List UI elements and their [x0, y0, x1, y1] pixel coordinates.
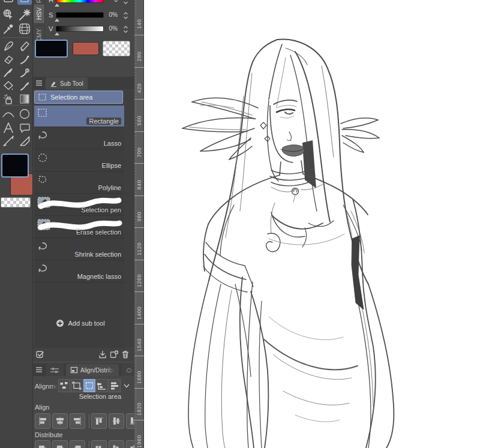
ruler-major-tick [134, 260, 144, 260]
subtool-item-label: Polyline [98, 184, 121, 191]
saturation-stepper[interactable] [123, 11, 128, 20]
tool-decoration[interactable] [17, 79, 32, 93]
align-section-label: Align [35, 404, 49, 411]
checkbox-icon[interactable] [35, 350, 45, 359]
hue-stepper[interactable] [123, 0, 128, 5]
subtool-item-magnetic-lasso[interactable]: Magnetic lasso [34, 261, 124, 282]
value-stepper[interactable] [123, 25, 128, 34]
tool-polyline-figure[interactable] [17, 134, 32, 148]
saturation-label: S [49, 11, 53, 19]
rectangle-select-icon [37, 108, 48, 118]
ruler-major-tick [134, 227, 144, 228]
delete-icon[interactable] [121, 350, 130, 359]
panel-menu-icon[interactable] [35, 79, 43, 87]
subtool-item-rectangle[interactable]: Rectangle [34, 106, 124, 127]
ruler-major-tick [134, 131, 144, 132]
distribute-top-button[interactable] [91, 440, 107, 448]
align-tab-label: Align/Distribute [80, 367, 114, 374]
tool-object[interactable] [1, 8, 16, 22]
panel-menu-icon[interactable] [35, 366, 43, 374]
transparent-color-swatch-panel[interactable] [103, 41, 130, 56]
tab-rgb[interactable]: RGB [33, 0, 45, 2]
tool-pencil[interactable] [17, 39, 32, 53]
basis-button-layer[interactable] [96, 379, 108, 392]
tool-auto-select[interactable] [17, 8, 32, 22]
panel-column: RGB HSV CMY H 0 S 0% V 0% [33, 0, 134, 448]
subtool-list: Rectangle Lasso Ellipse Po [34, 106, 124, 348]
transparent-color-swatch[interactable] [1, 197, 31, 208]
value-label: V [49, 25, 53, 32]
hue-slider-row: H 0 [46, 0, 134, 7]
tool-pen[interactable] [1, 39, 16, 53]
tool-liquify[interactable] [17, 22, 32, 36]
basis-button-selection-area[interactable] [83, 379, 95, 392]
subtool-item-label: Rectangle [86, 118, 121, 125]
main-color-swatch[interactable] [1, 154, 29, 178]
align-left-button[interactable] [35, 413, 50, 429]
tool-property-tab-icon [50, 366, 59, 374]
subtool-group-header[interactable]: Selection area [34, 91, 123, 104]
basis-button-multiple-layers[interactable] [109, 379, 121, 392]
ruler-major-tick [134, 196, 144, 196]
sub-color-swatch-panel[interactable] [73, 42, 99, 55]
main-color-swatch-panel[interactable] [35, 40, 68, 58]
button-separator [89, 414, 89, 428]
tool-balloon[interactable] [17, 121, 32, 135]
tool-eyedropper[interactable] [1, 22, 16, 36]
tool-figure-ellipse[interactable] [17, 107, 32, 121]
tool-operation[interactable] [1, 0, 16, 5]
tool-airbrush[interactable] [1, 92, 16, 106]
subtool-tab-label: Sub Tool [60, 80, 83, 87]
tool-brush[interactable] [1, 65, 16, 80]
distribute-right-button[interactable] [70, 440, 85, 448]
value-slider[interactable] [56, 26, 104, 32]
distribute-section-label: Distribute [35, 431, 62, 438]
vertical-ruler[interactable]: 1402804205607008409801120126014001540168… [134, 0, 144, 448]
tool-airbrush-pen[interactable] [17, 65, 32, 80]
tool-blend[interactable] [17, 52, 32, 67]
tool-line[interactable] [1, 134, 16, 148]
align-horizontal-center-button[interactable] [52, 413, 68, 429]
ruler-major-tick [134, 356, 144, 356]
subtool-item-selection-pen[interactable]: Selection pen [34, 194, 124, 216]
tab-subtool[interactable]: Sub Tool [46, 77, 88, 89]
tab-align-distribute[interactable]: Align/Distribute [66, 364, 119, 376]
basis-button-canvas[interactable] [71, 379, 83, 392]
hue-slider[interactable] [56, 0, 104, 3]
add-subtool-button[interactable]: Add sub tool [35, 317, 125, 330]
duplicate-icon[interactable] [109, 350, 119, 359]
subtool-item-lasso[interactable]: Lasso [34, 128, 124, 149]
tool-fill[interactable] [1, 79, 16, 93]
tool-eraser[interactable] [1, 52, 16, 67]
tab-tool-property[interactable] [46, 364, 64, 376]
hue-slider-handle[interactable] [55, 4, 59, 7]
basis-button-free[interactable] [58, 379, 70, 392]
distribute-vertical-center-button[interactable] [109, 440, 124, 448]
align-top-button[interactable] [91, 413, 107, 429]
subtool-item-label: Lasso [104, 140, 121, 147]
distribute-left-button[interactable] [35, 440, 50, 448]
distribute-horizontal-center-button[interactable] [52, 440, 68, 448]
color-slider-panel: RGB HSV CMY H 0 S 0% V 0% [33, 0, 134, 60]
subtool-item-erase-selection[interactable]: Erase selection [34, 217, 124, 238]
canvas[interactable] [144, 0, 486, 448]
align-vertical-center-button[interactable] [109, 413, 124, 429]
align-panel-header: Align/Distribute [33, 363, 134, 376]
tool-curve[interactable] [1, 107, 16, 121]
import-icon[interactable] [98, 350, 107, 359]
value-slider-handle[interactable] [55, 32, 59, 35]
align-right-button[interactable] [70, 413, 85, 429]
tool-gradient[interactable] [17, 92, 32, 106]
chevron-down-icon[interactable] [122, 381, 131, 390]
subtool-item-ellipse[interactable]: Ellipse [34, 150, 124, 172]
subtool-item-shrink-selection[interactable]: Shrink selection [34, 239, 124, 260]
tool-marquee-selected[interactable] [17, 0, 32, 5]
subtool-item-polyline[interactable]: Polyline [34, 172, 124, 194]
subtool-item-label: Selection pen [81, 206, 121, 214]
subtool-footer [33, 348, 134, 361]
tab-hsv[interactable]: HSV [33, 4, 45, 24]
saturation-slider-handle[interactable] [55, 19, 59, 22]
value-slider-row: V 0% [46, 24, 134, 36]
saturation-slider[interactable] [56, 12, 104, 18]
tool-text[interactable] [1, 121, 16, 135]
